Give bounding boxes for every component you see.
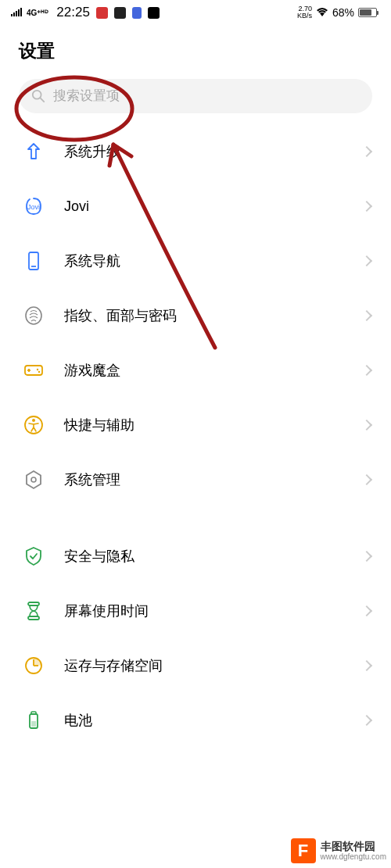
settings-item-battery[interactable]: 电池 — [0, 693, 391, 748]
search-bar[interactable] — [19, 79, 372, 113]
settings-item-system-mgmt[interactable]: 系统管理 — [0, 452, 391, 507]
svg-rect-0 — [11, 14, 13, 16]
app-icon-4 — [148, 7, 160, 19]
svg-rect-25 — [31, 712, 36, 714]
jovi-icon: Jovi — [23, 196, 44, 216]
chevron-right-icon — [361, 551, 372, 562]
svg-point-17 — [32, 419, 35, 422]
settings-item-accessibility[interactable]: 快捷与辅助 — [0, 398, 391, 452]
watermark-url: www.dgfengtu.com — [321, 852, 387, 861]
fade-overlay — [0, 790, 391, 837]
svg-point-5 — [33, 91, 41, 99]
watermark: F 丰图软件园 www.dgfengtu.com — [286, 834, 392, 868]
chevron-right-icon — [361, 146, 372, 157]
settings-item-system-nav[interactable]: 系统导航 — [0, 234, 391, 288]
settings-item-game-box[interactable]: 游戏魔盒 — [0, 343, 391, 398]
status-bar: 4G⁺ᴴᴰ 22:25 2.70 KB/s 68% — [0, 0, 391, 23]
settings-item-security[interactable]: 安全与隐私 — [0, 529, 391, 584]
section-divider — [0, 507, 391, 529]
chevron-right-icon — [361, 660, 372, 671]
svg-text:Jovi: Jovi — [27, 203, 40, 211]
battery-icon — [23, 710, 44, 730]
search-input[interactable] — [53, 88, 360, 104]
status-right: 2.70 KB/s 68% — [297, 5, 377, 20]
hexagon-icon — [23, 470, 44, 490]
svg-rect-2 — [16, 11, 17, 16]
svg-line-6 — [41, 98, 45, 102]
network-label: 4G⁺ᴴᴰ — [27, 9, 48, 17]
arrow-up-icon — [23, 141, 44, 162]
item-label: 快捷与辅助 — [64, 416, 343, 434]
svg-rect-3 — [18, 9, 20, 16]
phone-rect-icon — [23, 251, 44, 271]
fingerprint-icon — [23, 305, 44, 326]
item-label: 屏幕使用时间 — [64, 602, 343, 620]
item-label: 电池 — [64, 711, 343, 730]
time-label: 22:25 — [56, 5, 90, 20]
svg-point-14 — [37, 369, 38, 370]
app-icon-1 — [96, 7, 108, 19]
chevron-right-icon — [361, 474, 372, 485]
settings-item-system-upgrade[interactable]: 系统升级 — [0, 124, 391, 179]
item-label: 系统导航 — [64, 252, 343, 270]
settings-item-screen-time[interactable]: 屏幕使用时间 — [0, 584, 391, 638]
chevron-right-icon — [361, 365, 372, 376]
chevron-right-icon — [361, 715, 372, 726]
signal-icon — [11, 6, 22, 19]
gamepad-icon — [23, 360, 44, 380]
chevron-right-icon — [361, 201, 372, 212]
chevron-right-icon — [361, 420, 372, 430]
svg-rect-19 — [28, 602, 39, 605]
chevron-right-icon — [361, 310, 372, 321]
watermark-name: 丰图软件园 — [321, 841, 387, 852]
svg-rect-4 — [20, 8, 22, 16]
item-label: 运存与存储空间 — [64, 656, 343, 675]
shield-check-icon — [23, 546, 44, 566]
item-label: 系统升级 — [64, 142, 343, 161]
battery-percent: 68% — [332, 6, 354, 19]
svg-point-10 — [26, 307, 41, 324]
svg-point-18 — [31, 477, 36, 482]
status-left: 4G⁺ᴴᴰ 22:25 — [11, 5, 160, 20]
settings-item-storage[interactable]: 运存与存储空间 — [0, 638, 391, 693]
pie-clock-icon — [23, 655, 44, 676]
settings-list: 系统升级 Jovi Jovi 系统导航 指纹、面部与密码 游戏魔盒 快捷 — [0, 124, 391, 748]
watermark-logo: F — [291, 838, 316, 863]
page-title: 设置 — [0, 23, 391, 74]
settings-item-jovi[interactable]: Jovi Jovi — [0, 179, 391, 234]
hourglass-icon — [23, 601, 44, 621]
chevron-right-icon — [361, 255, 372, 266]
network-speed: 2.70 KB/s — [297, 5, 312, 20]
accessibility-icon — [23, 415, 44, 435]
svg-rect-26 — [31, 721, 36, 727]
app-icon-3 — [132, 7, 142, 19]
settings-item-fingerprint[interactable]: 指纹、面部与密码 — [0, 288, 391, 343]
search-icon — [31, 89, 45, 103]
battery-icon — [358, 8, 377, 17]
item-label: 系统管理 — [64, 470, 343, 489]
item-label: 安全与隐私 — [64, 547, 343, 566]
item-label: 游戏魔盒 — [64, 361, 343, 380]
svg-rect-1 — [13, 13, 15, 16]
chevron-right-icon — [361, 605, 372, 616]
wifi-icon — [316, 6, 328, 19]
svg-rect-20 — [28, 616, 39, 620]
item-label: Jovi — [64, 198, 343, 215]
svg-point-15 — [38, 371, 40, 373]
item-label: 指纹、面部与密码 — [64, 306, 343, 325]
app-icon-2 — [114, 7, 126, 19]
